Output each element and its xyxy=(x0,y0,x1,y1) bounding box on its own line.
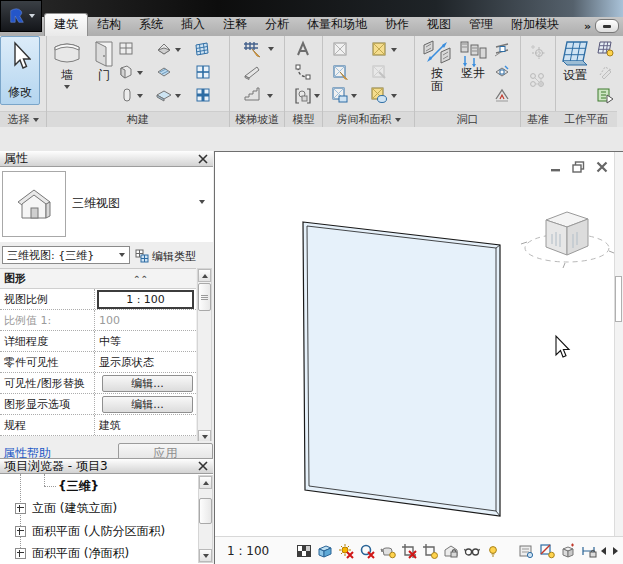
reveal-hidden-elements-icon[interactable] xyxy=(484,542,501,559)
prop-row-detail-level[interactable]: 详细程度 中等 xyxy=(0,331,196,352)
area-icon[interactable] xyxy=(371,41,387,57)
application-menu-button[interactable] xyxy=(0,0,42,32)
dormer-opening-icon[interactable] xyxy=(494,87,510,103)
expand-icon[interactable] xyxy=(15,548,26,559)
prop-value[interactable]: 中等 xyxy=(95,331,196,351)
tab-structure[interactable]: 结构 xyxy=(88,14,130,36)
reveal-constraints-icon[interactable] xyxy=(580,542,597,559)
tab-overflow-icon[interactable]: » xyxy=(584,20,589,33)
temporary-view-properties-icon[interactable] xyxy=(517,542,534,559)
tab-collaborate[interactable]: 协作 xyxy=(376,14,418,36)
panel-label-datum[interactable]: 基准 xyxy=(521,111,555,127)
prop-row-graphic-display[interactable]: 图形显示选项 编辑... xyxy=(0,394,196,415)
panel-label-workplane[interactable]: 工作平面 xyxy=(555,111,617,127)
tag-area-icon[interactable] xyxy=(371,87,387,103)
scrollbar-thumb[interactable] xyxy=(615,276,622,322)
scroll-left-button[interactable] xyxy=(598,543,609,558)
detail-level-icon[interactable] xyxy=(295,542,312,559)
modify-button[interactable]: 修改 xyxy=(0,36,40,105)
ramp-icon[interactable] xyxy=(243,64,261,80)
instance-combo[interactable]: 三维视图: {三维} xyxy=(2,246,130,264)
edit-type-button[interactable]: 编辑类型 xyxy=(134,246,213,266)
panel-label-model[interactable]: 模型 xyxy=(285,111,322,127)
vg-edit-button[interactable]: 编辑... xyxy=(102,375,193,392)
sun-path-icon[interactable] xyxy=(337,542,354,559)
properties-header[interactable]: 属性 xyxy=(0,151,213,167)
prop-row-view-scale[interactable]: 视图比例 1 : 100 xyxy=(0,289,196,310)
tree-item-3d-view[interactable]: {三维} xyxy=(58,477,99,495)
railing-icon[interactable] xyxy=(242,40,262,56)
scroll-up-button[interactable] xyxy=(198,269,211,282)
tree-item-area-plans-net[interactable]: 面积平面 (净面积) xyxy=(15,544,129,562)
section-graphics[interactable]: 图形 ⌃⌃ xyxy=(0,269,196,289)
view-scale-control[interactable]: 1 : 100 xyxy=(227,544,289,558)
displacement-sets-icon[interactable] xyxy=(559,542,576,559)
model-group-dropdown-icon[interactable] xyxy=(314,94,320,98)
shaft-button[interactable]: 竖井 xyxy=(455,39,491,80)
browser-scrollbar[interactable] xyxy=(198,475,213,563)
scroll-down-button[interactable] xyxy=(199,549,212,562)
prop-row-discipline[interactable]: 规程 建筑 xyxy=(0,415,196,436)
model-canvas[interactable] xyxy=(215,152,623,537)
tab-insert[interactable]: 插入 xyxy=(172,14,214,36)
expand-icon[interactable] xyxy=(15,526,26,537)
wall-opening-icon[interactable] xyxy=(494,42,510,58)
drawing-area[interactable]: 1 : 100 xyxy=(214,151,623,564)
wall-dropdown-icon[interactable] xyxy=(64,85,70,89)
crop-view-icon[interactable] xyxy=(400,542,417,559)
prop-row-vg-overrides[interactable]: 可见性/图形替换 编辑... xyxy=(0,373,196,394)
scrollbar-thumb[interactable] xyxy=(199,498,212,524)
roof-dropdown-icon[interactable] xyxy=(175,48,181,52)
column-dropdown-icon[interactable] xyxy=(137,94,143,98)
tab-architecture[interactable]: 建筑 xyxy=(44,13,88,36)
tab-massing-site[interactable]: 体量和场地 xyxy=(298,14,376,36)
panel-label-room-area[interactable]: 房间和面积 xyxy=(323,111,414,127)
curtain-grid-icon[interactable] xyxy=(195,64,211,80)
tree-item-area-plans-civil[interactable]: 面积平面 (人防分区面积) xyxy=(15,522,165,540)
properties-close-icon[interactable] xyxy=(197,153,209,165)
model-group-icon[interactable] xyxy=(294,87,312,103)
project-browser-header[interactable]: 项目浏览器 - 项目3 xyxy=(0,458,213,474)
type-selector[interactable]: 三维视图 xyxy=(0,167,213,243)
scroll-right-button[interactable] xyxy=(610,543,621,558)
tab-systems[interactable]: 系统 xyxy=(130,14,172,36)
component-dropdown-icon[interactable] xyxy=(137,71,143,75)
panel-label-select[interactable]: 选择 xyxy=(0,111,46,127)
floor-dropdown-icon[interactable] xyxy=(175,94,181,98)
scrollbar-thumb[interactable] xyxy=(198,283,211,311)
render-dialog-icon[interactable] xyxy=(379,542,396,559)
stair-icon[interactable] xyxy=(243,87,261,103)
view-scale-input[interactable]: 1 : 100 xyxy=(97,290,194,309)
vertical-opening-icon[interactable] xyxy=(494,64,510,80)
graphic-display-edit-button[interactable]: 编辑... xyxy=(102,396,193,413)
tab-view[interactable]: 视图 xyxy=(418,14,460,36)
ceiling-icon[interactable] xyxy=(156,64,172,80)
tag-area-dropdown-icon[interactable] xyxy=(391,94,397,98)
model-line-icon[interactable] xyxy=(294,63,312,79)
room-separator-icon[interactable] xyxy=(332,64,348,80)
room-icon[interactable] xyxy=(332,41,348,57)
panel-label-opening[interactable]: 洞口 xyxy=(415,111,520,127)
roof-icon[interactable] xyxy=(156,41,172,57)
show-crop-region-icon[interactable] xyxy=(421,542,438,559)
railing-dropdown-icon[interactable] xyxy=(268,47,274,51)
panel-label-circulation[interactable]: 楼梯坡道 xyxy=(230,111,284,127)
workplane-viewer-icon[interactable] xyxy=(596,86,614,102)
analytical-model-icon[interactable] xyxy=(538,542,555,559)
curtain-system-icon[interactable] xyxy=(194,41,210,57)
workplane-show-icon[interactable] xyxy=(596,40,614,56)
stair-dropdown-icon[interactable] xyxy=(267,94,273,98)
visual-style-icon[interactable] xyxy=(316,542,333,559)
area-boundary-icon[interactable] xyxy=(371,64,387,80)
area-dropdown-icon[interactable] xyxy=(391,48,397,52)
window-icon[interactable] xyxy=(118,41,134,57)
tree-item-elevations[interactable]: 立面 (建筑立面) xyxy=(15,499,117,517)
prop-value[interactable]: 显示原状态 xyxy=(95,352,196,372)
tag-room-dropdown-icon[interactable] xyxy=(351,94,357,98)
tab-analyze[interactable]: 分析 xyxy=(256,14,298,36)
column-icon[interactable] xyxy=(119,87,135,103)
floor-icon[interactable] xyxy=(156,87,172,103)
section-collapse-icon[interactable]: ⌃⌃ xyxy=(133,274,148,284)
tab-annotate[interactable]: 注释 xyxy=(214,14,256,36)
door-button[interactable]: 门 xyxy=(89,39,119,82)
